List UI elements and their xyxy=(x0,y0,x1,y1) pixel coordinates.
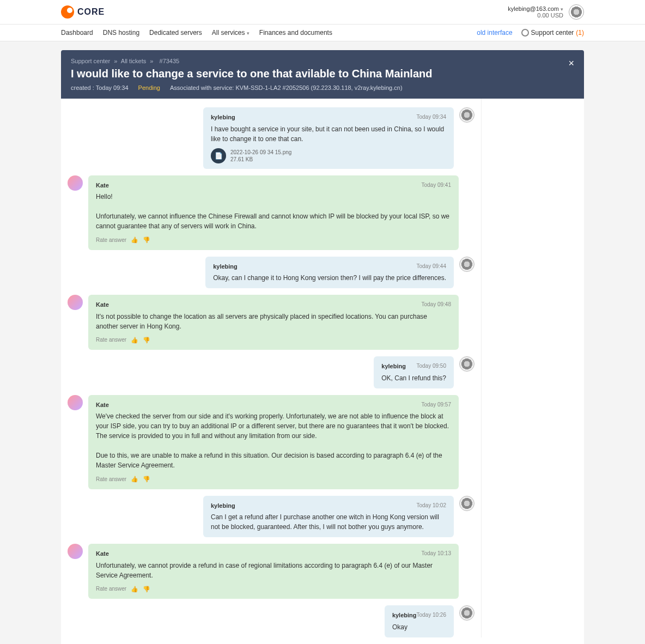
nav-dedicated-servers[interactable]: Dedicated servers xyxy=(149,29,202,37)
message-body: Hello! Unfortunately, we cannot influenc… xyxy=(96,192,451,231)
message-row: kylebingToday 10:02Can I get a refund af… xyxy=(68,496,474,538)
message-time: Today 09:50 xyxy=(417,362,447,371)
chevron-down-icon: ▾ xyxy=(247,31,250,36)
message-author: Kate xyxy=(96,400,109,410)
nav-all-services[interactable]: All services ▾ xyxy=(212,29,250,37)
avatar xyxy=(68,295,83,310)
navbar: Dashboard DNS hosting Dedicated servers … xyxy=(0,25,645,41)
avatar xyxy=(459,496,474,511)
message-author: Kate xyxy=(96,181,109,190)
message-time: Today 09:41 xyxy=(422,181,452,190)
nav-finances[interactable]: Finances and documents xyxy=(259,29,332,37)
message-bubble: kylebingToday 10:02Can I get a refund af… xyxy=(203,496,454,538)
attachment[interactable]: 📄2022-10-26 09 34 15.png27.61 KB xyxy=(211,148,446,163)
breadcrumb: Support center » All tickets » #73435 xyxy=(71,58,574,64)
message-row: KateToday 09:41Hello! Unfortunately, we … xyxy=(68,175,474,250)
support-count: (1) xyxy=(576,29,584,37)
rate-label: Rate answer xyxy=(96,336,126,344)
ticket-container: Support center » All tickets » #73435 I … xyxy=(61,50,584,644)
user-email: kylebing@163.com xyxy=(508,5,559,12)
nav-dashboard[interactable]: Dashboard xyxy=(61,29,93,37)
message-time: Today 09:44 xyxy=(417,262,447,271)
support-label: Support center xyxy=(531,29,574,37)
message-row: kylebingToday 10:26Okay xyxy=(68,605,474,637)
ticket-title: I would like to change a service to one … xyxy=(71,68,574,80)
message-row: KateToday 10:13Unfortunately, we cannot … xyxy=(68,544,474,599)
chevron-down-icon: ▾ xyxy=(561,7,563,12)
message-time: Today 10:02 xyxy=(417,501,447,511)
rate-row: Rate answer👍👎 xyxy=(96,475,451,484)
message-body: Okay xyxy=(392,622,446,632)
message-time: Today 09:48 xyxy=(422,300,452,309)
message-author: kylebing xyxy=(211,113,235,122)
life-ring-icon xyxy=(521,29,529,37)
message-bubble: KateToday 09:48It's not possible to chan… xyxy=(88,295,459,350)
message-time: Today 09:57 xyxy=(422,400,452,410)
attachment-meta: 2022-10-26 09 34 15.png27.61 KB xyxy=(230,149,291,163)
header: CORE kylebing@163.com ▾ 0.00 USD xyxy=(0,0,645,25)
logo-text: CORE xyxy=(77,7,105,17)
thumbs-down-icon[interactable]: 👎 xyxy=(143,475,150,484)
ticket-header: Support center » All tickets » #73435 I … xyxy=(61,50,584,99)
nav-left: Dashboard DNS hosting Dedicated servers … xyxy=(61,29,332,37)
file-icon: 📄 xyxy=(211,148,226,163)
nav-all-services-label: All services xyxy=(212,29,245,37)
user-balance: 0.00 USD xyxy=(508,12,563,19)
thumbs-up-icon[interactable]: 👍 xyxy=(131,235,138,245)
avatar xyxy=(68,395,83,410)
avatar xyxy=(459,257,474,272)
avatar xyxy=(459,605,474,621)
avatar xyxy=(68,175,83,191)
ticket-status: Pending xyxy=(138,84,160,91)
avatar xyxy=(459,356,474,372)
rate-label: Rate answer xyxy=(96,236,126,244)
thumbs-up-icon[interactable]: 👍 xyxy=(131,336,138,345)
message-body: We've checked the server from our side a… xyxy=(96,411,451,470)
message-bubble: KateToday 09:57We've checked the server … xyxy=(88,395,459,489)
rate-label: Rate answer xyxy=(96,585,126,593)
message-bubble: KateToday 10:13Unfortunately, we cannot … xyxy=(88,544,459,599)
old-interface-link[interactable]: old interface xyxy=(477,29,512,37)
message-author: kylebing xyxy=(381,362,406,371)
message-row: kylebingToday 09:44Okay, can I change it… xyxy=(68,257,474,289)
message-body: Okay, can I change it to Hong Kong versi… xyxy=(213,273,446,283)
message-time: Today 10:26 xyxy=(417,611,447,620)
breadcrumb-support[interactable]: Support center xyxy=(71,58,110,64)
message-time: Today 09:34 xyxy=(417,113,447,122)
message-author: kylebing xyxy=(213,262,238,271)
breadcrumb-tickets[interactable]: All tickets xyxy=(121,58,146,64)
message-bubble: kylebingToday 09:34I have bought a servi… xyxy=(203,107,454,169)
rate-label: Rate answer xyxy=(96,475,126,483)
message-bubble: kylebingToday 10:26Okay xyxy=(385,605,454,637)
avatar xyxy=(459,107,474,123)
message-body: OK, Can I refund this? xyxy=(381,373,446,383)
rate-row: Rate answer👍👎 xyxy=(96,336,451,345)
ticket-assoc: Associated with service: KVM-SSD-1-LA2 #… xyxy=(170,84,403,91)
thumbs-down-icon[interactable]: 👎 xyxy=(143,585,150,594)
thumbs-up-icon[interactable]: 👍 xyxy=(131,585,138,594)
thumbs-up-icon[interactable]: 👍 xyxy=(131,475,138,484)
message-author: kylebing xyxy=(392,611,417,620)
ticket-created: created : Today 09:34 xyxy=(71,84,129,91)
rate-row: Rate answer👍👎 xyxy=(96,235,451,245)
message-bubble: kylebingToday 09:50OK, Can I refund this… xyxy=(374,356,454,388)
message-body: It's not possible to change the location… xyxy=(96,312,451,331)
nav-dns-hosting[interactable]: DNS hosting xyxy=(103,29,139,37)
thumbs-down-icon[interactable]: 👎 xyxy=(143,235,150,245)
message-row: kylebingToday 09:34I have bought a servi… xyxy=(68,107,474,169)
user-info[interactable]: kylebing@163.com ▾ 0.00 USD xyxy=(508,5,563,19)
message-body: Can I get a refund after I purchase anot… xyxy=(211,512,446,532)
close-icon[interactable]: × xyxy=(568,58,574,69)
avatar xyxy=(68,544,83,559)
message-author: Kate xyxy=(96,300,109,309)
messages: kylebingToday 09:34I have bought a servi… xyxy=(61,99,482,637)
logo[interactable]: CORE xyxy=(61,5,105,19)
support-center-link[interactable]: Support center (1) xyxy=(521,29,584,37)
message-author: kylebing xyxy=(211,501,235,511)
thumbs-down-icon[interactable]: 👎 xyxy=(143,336,150,345)
message-bubble: KateToday 09:41Hello! Unfortunately, we … xyxy=(88,175,459,250)
logo-icon xyxy=(61,5,74,19)
message-author: Kate xyxy=(96,549,109,558)
message-row: kylebingToday 09:50OK, Can I refund this… xyxy=(68,356,474,388)
avatar[interactable] xyxy=(569,4,584,20)
